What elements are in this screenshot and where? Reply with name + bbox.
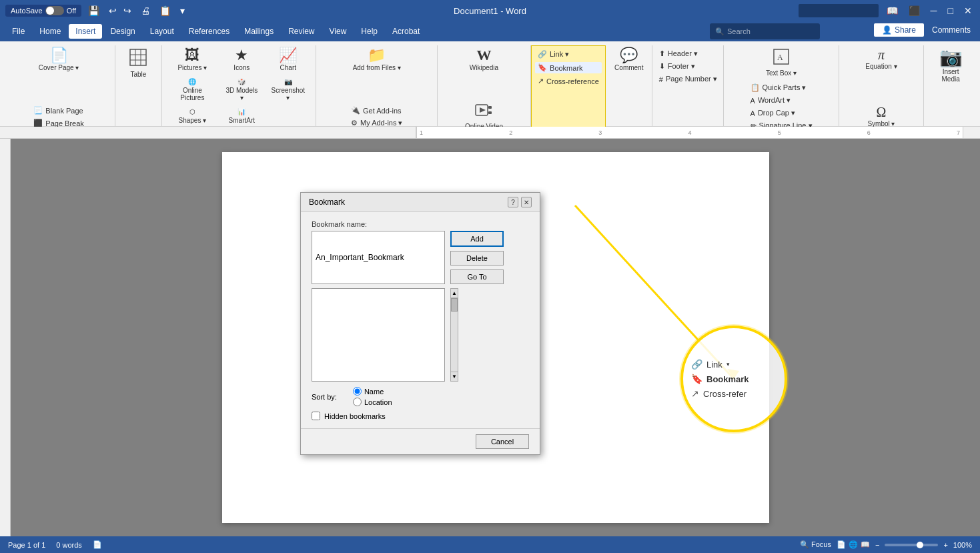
zoom-slider[interactable] (885, 544, 938, 546)
online-pictures-icon: 🌐 (188, 78, 196, 85)
sort-name-option[interactable]: Name (353, 387, 392, 396)
print-view-button[interactable]: 📄 (837, 540, 846, 549)
table-button[interactable]: Table (120, 45, 157, 81)
hidden-bookmarks-checkbox[interactable] (312, 412, 320, 420)
comment-label: Comment (614, 64, 643, 71)
cancel-button[interactable]: Cancel (476, 434, 529, 449)
pictures-button[interactable]: 🖼 Pictures ▾ (167, 45, 218, 74)
customize-button[interactable]: ▾ (177, 4, 187, 17)
scroll-down-button[interactable]: ▼ (451, 372, 458, 381)
maximize-button[interactable]: □ (945, 4, 956, 17)
document-title: Document1 - Word (454, 6, 526, 16)
minimize-button[interactable]: ─ (928, 4, 940, 17)
menu-insert[interactable]: Insert (69, 24, 102, 39)
menu-mailings[interactable]: Mailings (237, 24, 280, 39)
autosave-toggle[interactable] (45, 6, 64, 15)
add-button[interactable]: Add (450, 231, 504, 247)
close-button[interactable]: ✕ (961, 4, 975, 17)
sort-location-radio[interactable] (353, 398, 362, 406)
goto-button[interactable]: Go To (450, 269, 504, 284)
get-addins-button[interactable]: 🔌 Get Add-ins (348, 105, 405, 116)
footer-button[interactable]: ⬇ Footer ▾ (656, 61, 720, 72)
hidden-bookmarks-row: Hidden bookmarks (312, 412, 529, 420)
web-view-button[interactable]: 🌐 (849, 540, 858, 549)
online-pictures-button[interactable]: 🌐 Online Pictures (167, 75, 218, 104)
shapes-button[interactable]: ⬡ Shapes ▾ (167, 105, 218, 127)
save-button[interactable]: 💾 (85, 4, 102, 17)
quick-parts-button[interactable]: 📋 Quick Parts ▾ (748, 82, 815, 93)
link-button[interactable]: 🔗 Link ▾ (535, 49, 602, 60)
3d-models-button[interactable]: 🎲 3D Models ▾ (220, 75, 263, 104)
smartart-icon: 📊 (237, 108, 246, 115)
menu-view[interactable]: View (323, 24, 354, 39)
scroll-track (451, 298, 458, 372)
bookmark-name-input[interactable] (312, 231, 445, 284)
equation-button[interactable]: π Equation ▾ (861, 45, 901, 73)
hidden-bookmarks-label: Hidden bookmarks (324, 412, 386, 420)
ribbon-display-button[interactable]: ⬛ (906, 4, 923, 17)
menu-references[interactable]: References (182, 24, 236, 39)
zoom-out-button[interactable]: − (875, 541, 879, 549)
read-view-button[interactable]: 📖 (861, 540, 870, 549)
comment-button[interactable]: 💬 Comment (610, 45, 647, 74)
online-video-icon (475, 104, 492, 121)
menu-acrobat[interactable]: Acrobat (386, 24, 426, 39)
ruler-left-margin (213, 127, 416, 138)
chart-button[interactable]: 📈 Chart (266, 45, 310, 74)
text-box-button[interactable]: A Text Box ▾ (762, 45, 801, 79)
bookmark-button[interactable]: 🔖 Bookmark (535, 62, 602, 73)
redo-button[interactable]: ↪ (121, 4, 134, 17)
wordart-icon: A (751, 97, 755, 105)
symbol-button[interactable]: Ω Symbol ▾ (863, 103, 899, 130)
ruler: 123 456 7 (0, 127, 980, 139)
menu-design[interactable]: Design (103, 24, 141, 39)
blank-page-button[interactable]: 📃 Blank Page (31, 105, 86, 116)
svg-rect-8 (488, 111, 492, 114)
bookmark-list[interactable] (312, 288, 445, 382)
scroll-thumb[interactable] (451, 298, 458, 312)
immersive-reader-button[interactable]: 📖 (884, 4, 901, 17)
page-number-button[interactable]: # Page Number ▾ (656, 73, 720, 85)
screenshot-button[interactable]: 📷 Screenshot ▾ (266, 75, 310, 104)
dialog-list-area: ▲ ▼ (312, 288, 529, 382)
header-button[interactable]: ⬆ Header ▾ (656, 48, 720, 59)
delete-button[interactable]: Delete (450, 251, 504, 265)
zoom-in-button[interactable]: + (943, 541, 947, 549)
comments-button[interactable]: Comments (927, 24, 976, 36)
cross-reference-button[interactable]: ↗ Cross-reference (535, 75, 602, 87)
cover-page-button[interactable]: 📄 Cover Page ▾ (35, 45, 83, 74)
text-box-label: Text Box ▾ (766, 69, 797, 77)
menu-help[interactable]: Help (354, 24, 384, 39)
sort-location-option[interactable]: Location (353, 398, 392, 406)
dialog-close-button[interactable]: ✕ (521, 197, 532, 207)
undo-button[interactable]: ↩ (106, 4, 119, 17)
autosave-label: AutoSave (11, 7, 43, 15)
icons-button[interactable]: ★ Icons (220, 45, 263, 74)
wikipedia-button[interactable]: W Wikipedia (466, 45, 502, 74)
smartart-button[interactable]: 📊 SmartArt (220, 105, 263, 127)
bookmark-label: Bookmark (550, 64, 583, 72)
add-from-files-button[interactable]: 📁 Add from Files ▾ (349, 45, 405, 74)
wordart-button[interactable]: A WordArt ▾ (748, 95, 815, 106)
autosave-control[interactable]: AutoSave Off (5, 5, 81, 17)
focus-button[interactable]: 🔍 Focus (800, 540, 831, 549)
menu-review[interactable]: Review (282, 24, 321, 39)
menu-layout[interactable]: Layout (143, 24, 181, 39)
proofing-icon[interactable]: 📄 (93, 540, 102, 549)
insert-media-button[interactable]: 📷 Insert Media (929, 45, 972, 85)
ribbon-search-box[interactable]: 🔍 Search (710, 23, 820, 39)
share-button[interactable]: 👤 Share (874, 23, 924, 37)
scroll-up-button[interactable]: ▲ (451, 289, 458, 298)
list-scrollbar[interactable]: ▲ ▼ (450, 288, 458, 382)
clipboard-button[interactable]: 📋 (157, 4, 173, 17)
print-button[interactable]: 🖨 (138, 4, 153, 17)
menu-home[interactable]: Home (33, 24, 67, 39)
zoom-percent[interactable]: 100% (953, 541, 972, 549)
dialog-help-button[interactable]: ? (508, 197, 518, 207)
ribbon: 📄 Cover Page ▾ 📃 Blank Page ⬛ Page Break… (0, 41, 980, 127)
sort-name-radio[interactable] (353, 387, 362, 396)
search-input-title[interactable] (799, 4, 879, 17)
header-label: Header ▾ (668, 49, 698, 58)
menu-file[interactable]: File (5, 24, 31, 39)
drop-cap-button[interactable]: A Drop Cap ▾ (748, 107, 815, 119)
